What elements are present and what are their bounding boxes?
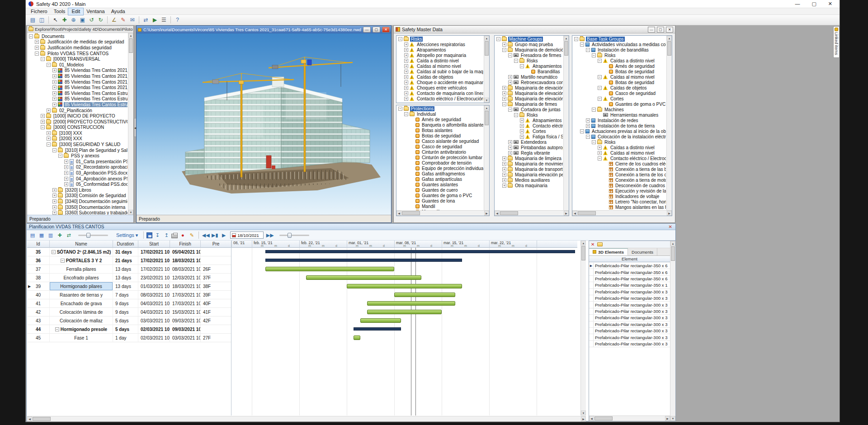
base-task-group-item[interactable]: Botas de seguridad: [573, 69, 666, 74]
expander-icon[interactable]: +: [508, 75, 512, 79]
summary-bar[interactable]: [354, 327, 401, 331]
machine-group-item[interactable]: +Maquinaria de elevación de carg: [495, 90, 563, 96]
task-bar[interactable]: [306, 275, 421, 280]
risk-item[interactable]: +Contacto eléctrico / Electrocución: [397, 96, 483, 101]
protection-item[interactable]: Guantes de goma o PVC: [397, 193, 483, 198]
protection-item[interactable]: Cinturón de protección lumbar: [397, 155, 483, 160]
column-header-pre[interactable]: Pre: [201, 241, 231, 248]
expander-icon[interactable]: −: [47, 142, 51, 146]
collapse-task-icon[interactable]: −: [52, 250, 56, 254]
scroll-thumb[interactable]: [581, 246, 585, 260]
comment-icon[interactable]: ✉: [128, 16, 137, 24]
scroll-thumb[interactable]: [402, 211, 420, 215]
expander-icon[interactable]: −: [592, 53, 596, 57]
expander-icon[interactable]: −: [580, 129, 584, 133]
base-task-group-item[interactable]: −Risks: [573, 139, 666, 145]
resources-view-icon[interactable]: ▥: [47, 231, 55, 239]
base-task-group-item[interactable]: Botas de seguridad: [573, 80, 666, 85]
expander-icon[interactable]: +: [52, 194, 57, 198]
pan-icon[interactable]: ✚: [60, 16, 69, 24]
risk-item[interactable]: +Choque o accidente en maquinaria: [397, 80, 483, 85]
zoom-window-icon[interactable]: ▣: [78, 16, 87, 24]
expander-icon[interactable]: +: [508, 151, 512, 155]
scroll-right-icon[interactable]: ▶: [484, 211, 489, 216]
explorer-tree-item[interactable]: −[0000] TRANSVERSAL: [28, 56, 127, 62]
scroll-up-icon[interactable]: ▲: [667, 36, 672, 41]
task-row[interactable]: 38Encofrado pilares13 days23/02/2021 10:…: [27, 274, 231, 282]
explorer-tree-item[interactable]: +[1000] INICIO DE PROYECTO: [28, 113, 127, 119]
simulation-date-field[interactable]: 18/10/2021: [230, 231, 264, 239]
expander-icon[interactable]: +: [52, 188, 57, 192]
open-project-icon[interactable]: ▤: [28, 16, 37, 24]
machine-group-item[interactable]: Barandillas: [495, 69, 563, 74]
explorer-tree-item[interactable]: +85 Viviendas Tres Cantos 2021_PRL.i: [28, 79, 127, 85]
base-task-group-item[interactable]: Conexión a tierra de motores o m: [573, 177, 666, 183]
scroll-thumb[interactable]: [485, 41, 489, 56]
machine-group-item[interactable]: +Pintabandas autopropulsada: [495, 145, 563, 150]
speed-slider[interactable]: [279, 235, 309, 236]
machine-group-item[interactable]: −Machine Groups: [495, 36, 563, 42]
task-bar[interactable]: [347, 284, 462, 288]
scroll-up-icon[interactable]: ▲: [484, 105, 489, 110]
expander-icon[interactable]: −: [580, 42, 584, 47]
pause-icon[interactable]: ▶▮: [211, 231, 219, 239]
machine-group-item[interactable]: −Risks: [495, 58, 563, 63]
expander-icon[interactable]: +: [502, 178, 506, 182]
horizontal-scrollbar[interactable]: ◀▶: [572, 210, 672, 216]
base-task-group-item[interactable]: Cierre de los cuadros eléctricos en: [573, 161, 666, 166]
task-bar[interactable]: [354, 335, 360, 340]
tab-3d-elements[interactable]: 3D Elements: [589, 248, 628, 255]
scroll-left-icon[interactable]: ◀: [572, 211, 577, 216]
explorer-tree-item[interactable]: +02_Planificación: [28, 108, 127, 113]
task-bar[interactable]: [360, 318, 401, 323]
expander-icon[interactable]: −: [58, 154, 62, 158]
expander-icon[interactable]: +: [52, 211, 57, 215]
expander-icon[interactable]: +: [64, 171, 68, 175]
expander-icon[interactable]: +: [52, 97, 57, 101]
expander-icon[interactable]: −: [598, 156, 602, 161]
expander-icon[interactable]: +: [64, 182, 68, 186]
summary-bar[interactable]: [265, 259, 462, 262]
machine-group-item[interactable]: +Medios auxiliares: [495, 177, 563, 183]
element-row[interactable]: Prefabricado-Pilar rectangular-350 x 6: [589, 276, 670, 282]
element-row[interactable]: Prefabricado-Pilar rectangular-350 x 1: [589, 282, 670, 288]
expander-icon[interactable]: −: [29, 34, 33, 38]
zoom-slider[interactable]: [78, 235, 108, 236]
gantt-chart[interactable]: 08, '21feb. 15, '21mmdfeb. 22, '21mmdmar…: [231, 241, 580, 416]
element-row[interactable]: ▶Prefabricado-Pilar rectangular-350 x 6: [589, 263, 670, 269]
expander-icon[interactable]: −: [398, 107, 402, 111]
element-row[interactable]: Prefabricado-Pilar rectangular-350 x 6: [589, 269, 670, 275]
menu-fichero[interactable]: Fichero: [28, 8, 51, 15]
scroll-left-icon[interactable]: ◀: [495, 211, 500, 216]
protection-item[interactable]: Casco aislante de seguridad: [397, 138, 483, 144]
expander-icon[interactable]: −: [404, 112, 408, 116]
scroll-down-icon[interactable]: ▼: [128, 210, 133, 215]
element-column-header[interactable]: Element: [589, 256, 670, 262]
explorer-tree-item[interactable]: −01_Modelos: [28, 62, 127, 68]
expander-icon[interactable]: −: [598, 75, 602, 79]
scroll-down-icon[interactable]: ▼: [484, 98, 489, 103]
explorer-tree-item[interactable]: +[3100] XXX: [28, 130, 127, 136]
protection-item[interactable]: Cinturón antivibratorio: [397, 149, 483, 155]
protection-item[interactable]: Arnés de seguridad: [397, 117, 483, 122]
scroll-thumb[interactable]: [594, 416, 613, 420]
machine-group-item[interactable]: +Maquinaria de transporte de ma: [495, 166, 563, 172]
machine-group-item[interactable]: +Extendedora: [495, 139, 563, 145]
elements-folder-icon[interactable]: [597, 242, 603, 246]
machine-group-item[interactable]: +Fatiga física / Sobrees: [495, 134, 563, 139]
scroll-down-icon[interactable]: ▼: [581, 411, 586, 416]
go-end-icon[interactable]: ▶▶: [266, 231, 274, 239]
expander-icon[interactable]: +: [404, 64, 408, 68]
risk-item[interactable]: +Caídas al mismo nivel: [397, 63, 483, 69]
expander-icon[interactable]: +: [586, 118, 590, 123]
expander-icon[interactable]: +: [508, 146, 512, 150]
expander-icon[interactable]: +: [404, 75, 408, 79]
export-icon[interactable]: ↥: [162, 231, 170, 239]
expander-icon[interactable]: +: [52, 80, 57, 84]
expander-icon[interactable]: +: [52, 74, 57, 78]
explorer-tree-item[interactable]: −[3300] SEGURIDAD Y SALUD: [28, 142, 127, 147]
task-row[interactable]: 42Colocación lámina de9 days04/03/2021 1…: [27, 308, 231, 316]
slider-thumb[interactable]: [288, 233, 292, 238]
expander-icon[interactable]: +: [404, 42, 408, 47]
master-maximize-button[interactable]: ▢: [657, 27, 664, 33]
